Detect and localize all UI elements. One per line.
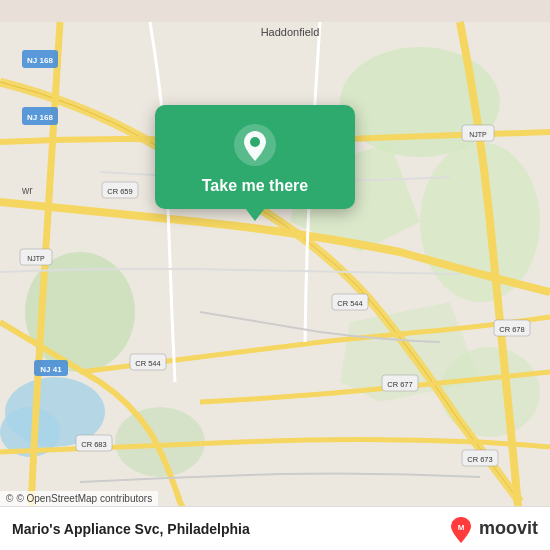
moovit-logo: M moovit [447,515,538,543]
svg-text:NJ 168: NJ 168 [27,113,53,122]
svg-text:NJTP: NJTP [27,255,45,262]
svg-text:NJ 168: NJ 168 [27,56,53,65]
bottom-bar: Mario's Appliance Svc, Philadelphia M mo… [0,506,550,550]
svg-text:CR 544: CR 544 [135,359,160,368]
map-svg: NJ 168 NJ 168 CR 659 NJTP NJTP NJ 41 CR … [0,0,550,550]
copyright-symbol: © [6,493,13,504]
svg-text:NJ 41: NJ 41 [40,365,62,374]
moovit-brand-icon: M [447,515,475,543]
copyright-bar: © © OpenStreetMap contributors [0,491,158,506]
svg-text:CR 683: CR 683 [81,440,106,449]
svg-text:wr: wr [21,185,33,196]
take-me-there-label: Take me there [202,177,308,195]
svg-text:CR 659: CR 659 [107,187,132,196]
copyright-text: © OpenStreetMap contributors [16,493,152,504]
svg-text:CR 677: CR 677 [387,380,412,389]
svg-text:CR 678: CR 678 [499,325,524,334]
svg-text:CR 673: CR 673 [467,455,492,464]
svg-point-37 [250,137,260,147]
svg-text:NJTP: NJTP [469,131,487,138]
svg-text:CR 544: CR 544 [337,299,362,308]
svg-text:Haddonfield: Haddonfield [261,26,320,38]
svg-text:M: M [458,523,465,532]
place-name: Mario's Appliance Svc, Philadelphia [12,521,250,537]
place-info: Mario's Appliance Svc, Philadelphia [12,521,250,537]
moovit-brand-text: moovit [479,518,538,539]
location-pin-icon [233,123,277,167]
map-container: NJ 168 NJ 168 CR 659 NJTP NJTP NJ 41 CR … [0,0,550,550]
take-me-there-popup[interactable]: Take me there [155,105,355,209]
